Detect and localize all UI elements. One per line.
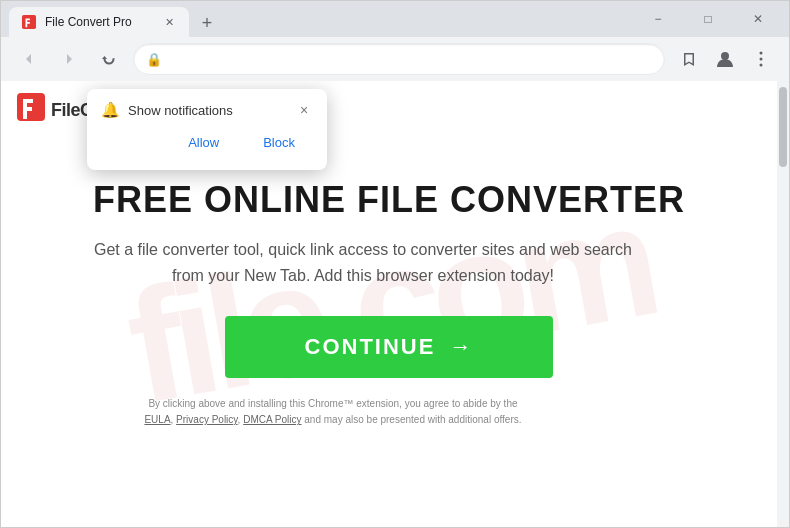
notification-popup: 🔔 Show notifications × Allow Block xyxy=(87,89,327,170)
nav-icons-right xyxy=(673,43,777,75)
svg-point-1 xyxy=(721,52,729,60)
eula-link[interactable]: EULA xyxy=(144,414,170,425)
viewport: 🔔 Show notifications × Allow Block file.… xyxy=(1,81,789,527)
popup-actions: Allow Block xyxy=(101,129,313,156)
browser-window: File Convert Pro ✕ + − □ ✕ 🔒 xyxy=(0,0,790,528)
fine-print: By clicking above and installing this Ch… xyxy=(93,396,573,428)
svg-point-2 xyxy=(760,52,763,55)
fine-print-end: and may also be presented with additiona… xyxy=(304,414,521,425)
forward-button[interactable] xyxy=(53,43,85,75)
maximize-button[interactable]: □ xyxy=(685,5,731,33)
popup-close-button[interactable]: × xyxy=(295,101,313,119)
allow-button[interactable]: Allow xyxy=(170,129,237,156)
menu-button[interactable] xyxy=(745,43,777,75)
continue-label: CONTINUE xyxy=(305,334,436,360)
bookmark-button[interactable] xyxy=(673,43,705,75)
block-button[interactable]: Block xyxy=(245,129,313,156)
popup-title: Show notifications xyxy=(128,103,233,118)
popup-bell-row: 🔔 Show notifications xyxy=(101,101,233,119)
dmca-policy-link[interactable]: DMCA Policy xyxy=(243,414,301,425)
navigation-bar: 🔒 xyxy=(1,37,789,81)
profile-button[interactable] xyxy=(709,43,741,75)
fine-print-text: By clicking above and installing this Ch… xyxy=(148,398,517,409)
continue-button[interactable]: CONTINUE → xyxy=(225,316,554,378)
minimize-button[interactable]: − xyxy=(635,5,681,33)
main-title: FREE ONLINE FILE CONVERTER xyxy=(93,180,685,220)
main-content: FREE ONLINE FILE CONVERTER Get a file co… xyxy=(73,160,705,449)
active-tab[interactable]: File Convert Pro ✕ xyxy=(9,7,189,37)
title-bar: File Convert Pro ✕ + − □ ✕ xyxy=(1,1,789,37)
scrollbar[interactable] xyxy=(777,81,789,527)
tab-strip: File Convert Pro ✕ + xyxy=(9,1,631,37)
tab-close-button[interactable]: ✕ xyxy=(161,14,177,30)
new-tab-button[interactable]: + xyxy=(193,9,221,37)
main-subtitle: Get a file converter tool, quick link ac… xyxy=(93,237,633,288)
window-controls: − □ ✕ xyxy=(635,5,781,33)
tab-favicon xyxy=(21,14,37,30)
logo-icon xyxy=(17,93,45,127)
lock-icon: 🔒 xyxy=(146,52,162,67)
refresh-button[interactable] xyxy=(93,43,125,75)
privacy-policy-link[interactable]: Privacy Policy xyxy=(176,414,238,425)
tab-title: File Convert Pro xyxy=(45,15,132,29)
continue-arrow: → xyxy=(449,334,473,360)
scrollbar-thumb xyxy=(779,87,787,167)
address-bar[interactable]: 🔒 xyxy=(133,43,665,75)
back-button[interactable] xyxy=(13,43,45,75)
svg-point-3 xyxy=(760,58,763,61)
bell-icon: 🔔 xyxy=(101,101,120,119)
close-button[interactable]: ✕ xyxy=(735,5,781,33)
svg-point-4 xyxy=(760,64,763,67)
popup-header: 🔔 Show notifications × xyxy=(101,101,313,119)
